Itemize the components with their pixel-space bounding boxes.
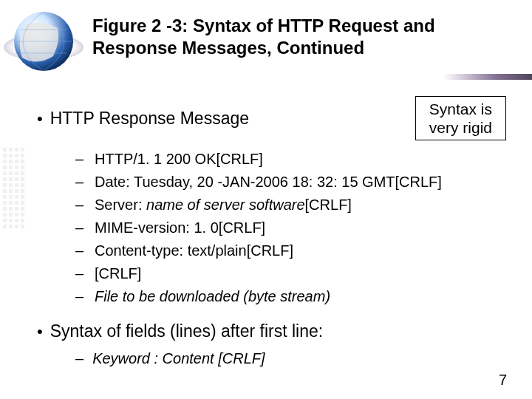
list-item-text: HTTP/1. 1 200 OK[CRLF] [95, 148, 263, 171]
list-item-text: MIME-version: 1. 0[CRLF] [95, 216, 265, 239]
list-item: –Date: Tuesday, 20 -JAN-2006 18: 32: 15 … [75, 171, 510, 194]
bullet-http-response: • HTTP Response Message [37, 109, 249, 129]
list-item: –MIME-version: 1. 0[CRLF] [75, 216, 510, 239]
list-item: –File to be downloaded (byte stream) [75, 285, 510, 308]
dash-icon: – [75, 285, 86, 308]
syntax-sublist: –Keyword : Content [CRLF] [75, 347, 510, 369]
list-item-text: File to be downloaded (byte stream) [95, 285, 330, 308]
bullet2-text: Syntax of fields (lines) after first lin… [50, 321, 323, 341]
dash-icon: – [75, 262, 86, 285]
list-item-text: Content-type: text/plain[CRLF] [95, 239, 293, 262]
callout-line1: Syntax is [429, 100, 492, 118]
bullet1-text: HTTP Response Message [50, 109, 249, 129]
list-item: –HTTP/1. 1 200 OK[CRLF] [75, 148, 510, 171]
dash-icon: – [75, 171, 86, 194]
decorative-accent [443, 74, 532, 80]
slide-title: Figure 2 -3: Syntax of HTTP Request and … [92, 15, 506, 59]
bullet-dot-icon: • [37, 111, 43, 127]
bullet-dot-icon: • [37, 324, 43, 340]
list-item: –Server: name of server software[CRLF] [75, 194, 510, 216]
response-sublist: –HTTP/1. 1 200 OK[CRLF]–Date: Tuesday, 2… [75, 148, 510, 308]
list-item: –Keyword : Content [CRLF] [75, 347, 510, 369]
bullet-syntax-fields: • Syntax of fields (lines) after first l… [37, 321, 510, 341]
callout-box: Syntax is very rigid [415, 96, 506, 140]
list-item: –[CRLF] [75, 262, 510, 285]
list-item-text: Date: Tuesday, 20 -JAN-2006 18: 32: 15 G… [95, 171, 442, 194]
list-item-text: [CRLF] [95, 262, 141, 285]
globe-icon [3, 4, 84, 86]
list-item-text: Server: name of server software[CRLF] [95, 194, 352, 216]
dash-icon: – [75, 216, 86, 239]
decorative-grid [3, 148, 25, 231]
dash-icon: – [75, 239, 86, 262]
dash-icon: – [75, 148, 86, 171]
list-item-text: Keyword : Content [CRLF] [92, 347, 265, 369]
dash-icon: – [75, 347, 83, 369]
dash-icon: – [75, 194, 86, 216]
callout-line2: very rigid [429, 118, 492, 137]
page-number: 7 [499, 372, 507, 389]
list-item: –Content-type: text/plain[CRLF] [75, 239, 510, 262]
